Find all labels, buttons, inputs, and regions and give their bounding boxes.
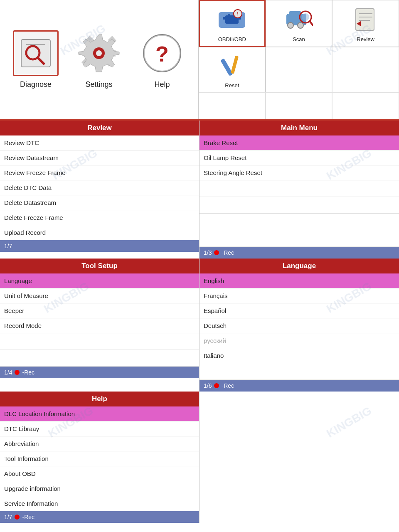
delete-dtc-item[interactable]: Delete DTC Data (0, 180, 199, 195)
dtc-library-item[interactable]: DTC Libraay (0, 421, 199, 436)
grid-empty-4 (266, 92, 332, 119)
espanol-item[interactable]: Español (200, 303, 399, 318)
right-grid-panel: ! OBDII/OBD Scan (199, 0, 399, 119)
record-mode-item[interactable]: Record Mode (0, 318, 199, 333)
diagnose-icon-box (13, 30, 59, 76)
tool-setup-empty (0, 333, 199, 350)
oil-lamp-reset-item[interactable]: Oil Lamp Reset (200, 150, 399, 165)
review-label: Review (357, 36, 374, 42)
main-menu-panel: Main Menu Brake Reset Oil Lamp Reset Ste… (200, 121, 399, 259)
grid-empty-5 (332, 92, 399, 119)
review-header: Review (0, 121, 199, 135)
review-svg (353, 8, 378, 31)
third-row: Help DLC Location Information DTC Libraa… (0, 392, 399, 523)
help-status-bar: 1/7 -Rec (0, 511, 199, 523)
abbreviation-item[interactable]: Abbreviation (0, 436, 199, 451)
russian-item[interactable]: русский (200, 333, 399, 348)
grid-scan-button[interactable]: Scan (266, 0, 332, 47)
review-dtc-item[interactable]: Review DTC (0, 135, 199, 150)
italiano-item[interactable]: Italiano (200, 348, 399, 363)
tool-setup-panel: Tool Setup Language Unit of Measure Beep… (0, 259, 200, 392)
settings-icon (78, 32, 120, 74)
francais-item[interactable]: Français (200, 288, 399, 303)
obdii-icon: ! (217, 5, 246, 34)
upgrade-information-item[interactable]: Upgrade information (0, 481, 199, 496)
language-rec-dot (214, 383, 219, 388)
svg-rect-13 (228, 14, 230, 17)
svg-line-25 (310, 21, 313, 25)
unit-of-measure-item[interactable]: Unit of Measure (0, 288, 199, 303)
main-menu-empty (200, 180, 399, 197)
delete-datastream-item[interactable]: Delete Datastream (0, 195, 199, 210)
deutsch-item[interactable]: Deutsch (200, 318, 399, 333)
language-status-bar: 1/6 -Rec (200, 380, 399, 392)
service-information-item[interactable]: Service Information (0, 496, 199, 511)
reset-label: Reset (225, 82, 239, 89)
grid-empty-3 (199, 92, 266, 119)
help-icon-box: ? (139, 30, 185, 76)
upload-record-item[interactable]: Upload Record (0, 225, 199, 240)
help-page-count: 1/7 (4, 514, 12, 520)
help-header: Help (0, 392, 199, 406)
tool-setup-rec-label: -Rec (22, 369, 34, 376)
main-menu-status-bar: 1/3 -Rec (200, 247, 399, 259)
settings-label: Settings (85, 80, 112, 89)
settings-button[interactable]: Settings (76, 30, 122, 89)
grid-review-button[interactable]: Review (332, 0, 399, 47)
review-status-bar: 1/7 (0, 240, 199, 252)
obdii-label: OBDII/OBD (218, 36, 246, 42)
left-icons-panel: Diagnose (0, 0, 199, 119)
english-item[interactable]: English (200, 273, 399, 288)
brake-reset-item[interactable]: Brake Reset (200, 135, 399, 150)
main-menu-empty3 (200, 214, 399, 230)
beeper-item[interactable]: Beeper (0, 303, 199, 318)
main-menu-header: Main Menu (200, 121, 399, 135)
scan-icon (284, 5, 313, 34)
language-page-count: 1/6 (204, 382, 212, 389)
svg-point-22 (298, 22, 303, 28)
steering-angle-item[interactable]: Steering Angle Reset (200, 165, 399, 180)
main-menu-rec-label: -Rec (222, 249, 234, 256)
tool-setup-empty2 (0, 350, 199, 367)
tool-information-item[interactable]: Tool Information (0, 451, 199, 466)
scan-label: Scan (293, 36, 305, 42)
main-menu-empty2 (200, 197, 399, 214)
review-freeze-frame-item[interactable]: Review Freeze Frame (0, 165, 199, 180)
main-menu-rec-dot (214, 250, 219, 255)
main-content: Review Review DTC Review Datastream Revi… (0, 121, 399, 259)
scan-svg (285, 8, 313, 31)
help-rec-label: -Rec (22, 514, 34, 520)
svg-text:!: ! (237, 12, 239, 16)
help-button[interactable]: ? Help (139, 30, 185, 89)
tool-setup-page-count: 1/4 (4, 369, 12, 376)
svg-text:?: ? (155, 42, 169, 66)
review-datastream-item[interactable]: Review Datastream (0, 150, 199, 165)
tool-setup-status-bar: 1/4 -Rec (0, 367, 199, 378)
diagnose-icon (17, 34, 54, 72)
tool-setup-header: Tool Setup (0, 259, 199, 273)
language-header: Language (200, 259, 399, 273)
reset-icon (217, 51, 246, 80)
grid-reset-button[interactable]: Reset (199, 47, 266, 92)
language-rec-label: -Rec (222, 382, 234, 389)
language-panel: Language English Français Español Deutsc… (200, 259, 399, 392)
about-obd-item[interactable]: About OBD (0, 466, 199, 481)
svg-rect-32 (231, 55, 239, 74)
dlc-location-item[interactable]: DLC Location Information (0, 406, 199, 421)
help-icon: ? (141, 32, 183, 74)
delete-freeze-frame-item[interactable]: Delete Freeze Frame (0, 210, 199, 225)
svg-point-21 (288, 22, 293, 28)
review-page-count: 1/7 (4, 243, 12, 249)
language-empty (200, 363, 399, 380)
help-rec-dot (15, 515, 20, 520)
help-right-empty (200, 392, 399, 523)
top-section: Diagnose (0, 0, 399, 121)
help-label: Help (154, 80, 170, 89)
review-panel: Review Review DTC Review Datastream Revi… (0, 121, 200, 259)
diagnose-button[interactable]: Diagnose (13, 30, 59, 89)
help-panel: Help DLC Location Information DTC Libraa… (0, 392, 200, 523)
reset-svg (219, 53, 246, 77)
grid-empty-1 (266, 47, 332, 92)
language-item[interactable]: Language (0, 273, 199, 288)
grid-obdii-button[interactable]: ! OBDII/OBD (199, 0, 266, 47)
